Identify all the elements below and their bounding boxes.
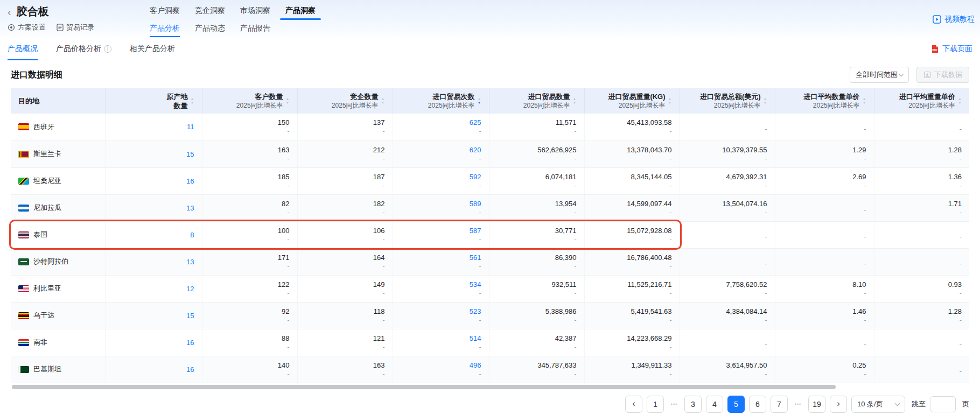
next-page-button[interactable]: › bbox=[830, 396, 847, 413]
page-button-19[interactable]: 19 bbox=[808, 396, 825, 413]
column-header-customers[interactable]: 客户数量2025同比增长率▲▼ bbox=[202, 88, 297, 114]
sort-down-icon: ▼ bbox=[668, 101, 672, 104]
plan-settings-label: 方案设置 bbox=[18, 23, 46, 32]
column-header-avg_quantity_price[interactable]: 进口平均数量单价2025同比增长率▲▼ bbox=[775, 88, 874, 114]
tab-market-insight[interactable]: 市场洞察 bbox=[233, 0, 278, 20]
trade-count-link[interactable]: 534 bbox=[401, 280, 481, 289]
origin-count-link[interactable]: 15 bbox=[186, 150, 194, 158]
customers-cell: 122- bbox=[202, 275, 297, 302]
origin-count-link[interactable]: 16 bbox=[186, 339, 194, 347]
jump-page-input[interactable] bbox=[930, 396, 956, 412]
growth-value: - bbox=[210, 343, 290, 351]
trades-cell: 625- bbox=[393, 114, 489, 140]
trades-cell: 561- bbox=[393, 248, 489, 275]
tab-product-price-analysis[interactable]: 产品价格分析 i bbox=[56, 38, 111, 60]
cell-value: 1.46 bbox=[783, 307, 866, 316]
trade-count-link[interactable]: 620 bbox=[401, 145, 481, 154]
column-header-trades[interactable]: 进口贸易次数2025同比增长率▲▼ bbox=[393, 88, 489, 114]
download-data-button[interactable]: 下载数据 bbox=[916, 67, 969, 83]
page-button-5[interactable]: 5 bbox=[727, 396, 745, 413]
trade-records-button[interactable]: 贸易记录 bbox=[57, 23, 94, 32]
growth-value: - bbox=[592, 262, 672, 271]
tab-product-dynamics[interactable]: 产品动态 bbox=[187, 20, 233, 38]
column-header-competitors[interactable]: 竞企数量2025同比增长率▲▼ bbox=[297, 88, 393, 114]
origin-count-link[interactable]: 8 bbox=[190, 231, 194, 239]
growth-value: - bbox=[783, 289, 866, 298]
origin-count-link[interactable]: 12 bbox=[186, 285, 194, 293]
tab-product-report[interactable]: 产品报告 bbox=[233, 20, 278, 38]
tab-product-overview-label: 产品概况 bbox=[8, 44, 38, 54]
trade-count-link[interactable]: 592 bbox=[401, 172, 481, 181]
video-tutorial-button[interactable]: 视频教程 bbox=[933, 15, 975, 24]
growth-value: - bbox=[688, 208, 767, 217]
page-button-3[interactable]: 3 bbox=[684, 396, 702, 413]
page-button-6[interactable]: 6 bbox=[749, 396, 766, 413]
quantity-cell: 6,074,181- bbox=[489, 167, 584, 194]
cell-value: 8,345,144.05 bbox=[592, 172, 672, 181]
avg_weight_price-cell: 0.93- bbox=[874, 275, 969, 302]
tab-customer-insight[interactable]: 客户洞察 bbox=[142, 0, 187, 20]
tab-product-overview[interactable]: 产品概况 bbox=[8, 38, 38, 60]
cell-value: 1.28 bbox=[882, 307, 962, 316]
growth-value: - bbox=[592, 154, 672, 163]
download-page-button[interactable]: PDF 下载页面 bbox=[931, 44, 972, 54]
plan-settings-button[interactable]: 方案设置 bbox=[8, 23, 46, 32]
page-button-1[interactable]: 1 bbox=[647, 396, 664, 413]
time-range-select[interactable]: 全部时间范围 bbox=[850, 67, 909, 83]
growth-value: - bbox=[882, 154, 962, 163]
video-tutorial-label: 视频教程 bbox=[944, 15, 975, 24]
trade-count-link[interactable]: 625 bbox=[401, 118, 481, 127]
tab-related-product-analysis[interactable]: 相关产品分析 bbox=[130, 38, 175, 60]
origin-count-link[interactable]: 16 bbox=[186, 365, 194, 374]
column-header-weight[interactable]: 进口贸易重量(KG)2025同比增长率▲▼ bbox=[584, 88, 680, 114]
back-button[interactable]: ‹ bbox=[8, 6, 11, 17]
empty-value: - bbox=[882, 367, 962, 376]
sort-down-icon: ▼ bbox=[286, 101, 290, 104]
column-header-quantity[interactable]: 进口贸易数量2025同比增长率▲▼ bbox=[489, 88, 584, 114]
trade-count-link[interactable]: 587 bbox=[401, 226, 481, 235]
page-title: 胶合板 bbox=[17, 4, 49, 19]
table-header-row: 目的地原产地数量▲▼客户数量2025同比增长率▲▼竞企数量2025同比增长率▲▼… bbox=[11, 88, 969, 114]
cell-value: 121 bbox=[305, 334, 385, 343]
page-button-4[interactable]: 4 bbox=[706, 396, 723, 413]
growth-value: - bbox=[305, 316, 385, 325]
column-header-avg_weight_price[interactable]: 进口平均重量单价2025同比增长率▲▼ bbox=[874, 88, 969, 114]
pdf-icon: PDF bbox=[931, 45, 939, 53]
growth-value: - bbox=[882, 181, 962, 190]
document-icon bbox=[57, 24, 64, 31]
cell-value: 182 bbox=[305, 199, 385, 208]
info-icon[interactable]: i bbox=[104, 45, 111, 53]
trade-count-link[interactable]: 496 bbox=[401, 361, 481, 370]
srilanka-flag-icon bbox=[18, 151, 29, 158]
origin-count-link[interactable]: 16 bbox=[186, 177, 194, 185]
amount-cell: 7,758,620.52- bbox=[680, 275, 775, 302]
page-button-7[interactable]: 7 bbox=[771, 396, 788, 413]
column-header-amount[interactable]: 进口贸易总额(美元)2025同比增长率▲▼ bbox=[680, 88, 775, 114]
cell-value: 171 bbox=[210, 253, 290, 262]
trade-count-link[interactable]: 523 bbox=[401, 307, 481, 316]
origin-count-link[interactable]: 13 bbox=[186, 204, 194, 212]
country-name: 沙特阿拉伯 bbox=[33, 257, 68, 266]
prev-page-button[interactable]: ‹ bbox=[625, 396, 642, 413]
cell-value: 150 bbox=[210, 118, 290, 127]
sort-down-icon: ▼ bbox=[863, 101, 866, 104]
amount-cell: - bbox=[680, 329, 775, 356]
origin-count-link[interactable]: 15 bbox=[186, 312, 194, 320]
growth-value: - bbox=[401, 289, 481, 298]
scrollbar-thumb[interactable] bbox=[12, 385, 836, 389]
trade-count-link[interactable]: 589 bbox=[401, 199, 481, 208]
page-size-select[interactable]: 10 条/页 bbox=[851, 396, 905, 413]
column-header-origin_count[interactable]: 原产地数量▲▼ bbox=[105, 88, 202, 114]
column-header-content: 原产地数量▲▼ bbox=[113, 92, 194, 110]
tab-competitor-insight[interactable]: 竞企洞察 bbox=[187, 0, 233, 20]
liberia-flag-icon bbox=[18, 285, 29, 292]
cell-value: 118 bbox=[305, 307, 385, 316]
trade-count-link[interactable]: 514 bbox=[401, 334, 481, 343]
trade-count-link[interactable]: 561 bbox=[401, 253, 481, 262]
origin-count-link[interactable]: 11 bbox=[187, 123, 194, 131]
tab-product-analysis[interactable]: 产品分析 bbox=[142, 20, 187, 38]
tab-product-insight[interactable]: 产品洞察 bbox=[278, 0, 323, 20]
origin-count-link[interactable]: 13 bbox=[186, 258, 194, 266]
weight-cell: 8,345,144.05- bbox=[584, 167, 680, 194]
column-title: 进口平均数量单价 bbox=[804, 92, 860, 101]
